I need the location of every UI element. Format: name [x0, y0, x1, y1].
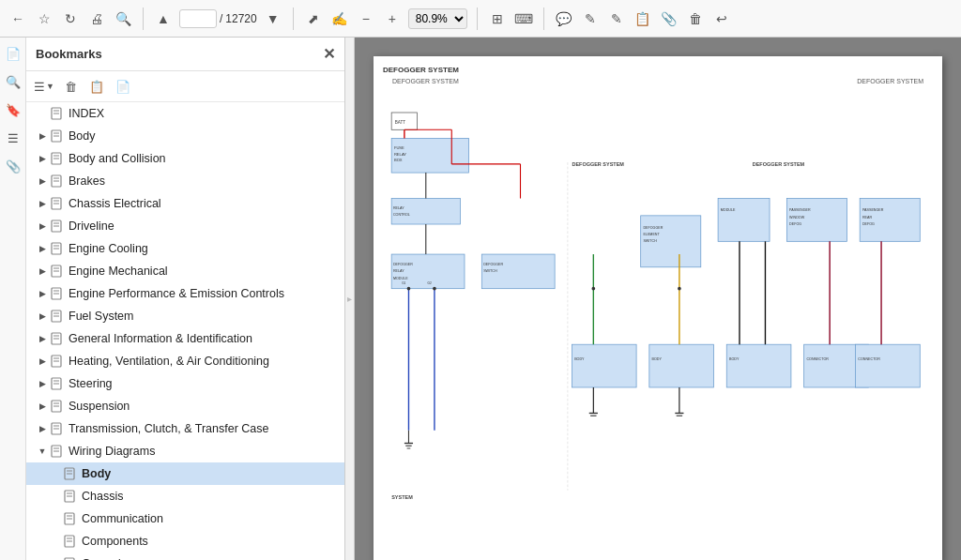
- bookmark-item-fuel-system[interactable]: Fuel System: [26, 305, 344, 327]
- delete-bookmark-button[interactable]: 🗑: [60, 76, 81, 97]
- svg-text:G2: G2: [428, 281, 432, 285]
- bookmark-item-suspension[interactable]: Suspension: [26, 395, 344, 417]
- expand-arrow-wiring-diagrams[interactable]: [36, 446, 49, 456]
- expand-bookmark-button[interactable]: 📋: [86, 76, 107, 97]
- separator-1: [143, 8, 144, 30]
- comment-icon[interactable]: 💬: [554, 8, 574, 29]
- main-area: 📄 🔍 🔖 ☰ 📎 Bookmarks ✕ ☰▼ 🗑 📋 📄: [0, 38, 961, 560]
- svg-text:RELAY: RELAY: [393, 206, 404, 210]
- zoom-out-icon[interactable]: −: [356, 8, 376, 29]
- bookmark-icon-brakes: [49, 174, 64, 189]
- pdf-area[interactable]: DEFOGGER SYSTEM DEFOGGER SYSTEM DEFOGGER…: [355, 38, 961, 560]
- bookmark-item-general-info[interactable]: General Information & Identification: [26, 327, 344, 350]
- side-icon-panel: 📄 🔍 🔖 ☰ 📎: [0, 38, 26, 560]
- svg-rect-74: [391, 199, 460, 224]
- side-navigate-icon[interactable]: 📄: [3, 43, 23, 64]
- bookmark-icon-steering: [49, 376, 64, 391]
- expand-arrow-body-collision[interactable]: [36, 154, 49, 163]
- zoom-out-doc-icon[interactable]: 🔍: [113, 8, 133, 29]
- side-bookmarks-icon[interactable]: 🔖: [3, 99, 23, 120]
- svg-text:BODY: BODY: [729, 357, 740, 361]
- bookmark-label-general-info: General Information & Identification: [69, 332, 252, 345]
- prev-page-icon[interactable]: ▲: [153, 8, 174, 29]
- bookmark-icon-wd-grounds: [62, 556, 77, 560]
- svg-rect-114: [726, 344, 791, 387]
- bookmark-item-chassis-electrical[interactable]: Chassis Electrical: [26, 192, 344, 215]
- expand-arrow-fuel-system[interactable]: [36, 311, 49, 321]
- panel-resize-handle[interactable]: ▸: [345, 38, 355, 560]
- collapse-bookmarks-button[interactable]: ☰▼: [34, 76, 54, 97]
- bookmark-label-chassis-electrical: Chassis Electrical: [69, 197, 161, 210]
- marquee-zoom-icon[interactable]: ⊞: [487, 8, 508, 29]
- bookmark-icon-body: [49, 129, 64, 144]
- bookmark-item-wd-body[interactable]: Body: [26, 462, 344, 485]
- bookmark-icon-engine-perf: [49, 286, 64, 301]
- print-icon[interactable]: 🖨: [86, 8, 107, 29]
- expand-arrow-driveline[interactable]: [36, 221, 49, 231]
- svg-text:DEFOGGER: DEFOGGER: [483, 263, 503, 266]
- expand-arrow-suspension[interactable]: [36, 401, 49, 411]
- delete-annotation-icon[interactable]: 🗑: [685, 8, 706, 29]
- expand-arrow-brakes[interactable]: [36, 176, 49, 186]
- total-pages: 12720: [225, 12, 256, 25]
- bookmark-item-brakes[interactable]: Brakes: [26, 170, 344, 192]
- zoom-in-icon[interactable]: +: [382, 8, 403, 29]
- expand-arrow-chassis-electrical[interactable]: [36, 199, 49, 208]
- side-attach-icon[interactable]: 📎: [3, 156, 23, 176]
- bookmark-item-index[interactable]: INDEX: [26, 102, 344, 125]
- bookmark-label-wd-components: Components: [82, 535, 148, 548]
- bookmark-label-wiring-diagrams: Wiring Diagrams: [69, 445, 155, 458]
- next-page-icon[interactable]: ▼: [263, 8, 283, 29]
- svg-point-139: [591, 287, 595, 291]
- bookmark-label-fuel-system: Fuel System: [69, 310, 133, 323]
- bookmark-label-index: INDEX: [69, 107, 104, 120]
- bookmark-item-transmission[interactable]: Transmission, Clutch, & Transfer Case: [26, 417, 344, 440]
- pdf-main-title: DEFOGGER SYSTEM: [383, 66, 933, 74]
- bookmark-item-hvac[interactable]: Heating, Ventilation, & Air Conditioning: [26, 350, 344, 372]
- bookmark-item-wiring-diagrams[interactable]: Wiring Diagrams: [26, 440, 344, 462]
- bookmark-item-wd-grounds[interactable]: Grounds: [26, 552, 344, 560]
- hand-tool-icon[interactable]: ✍: [329, 8, 350, 29]
- bookmark-item-engine-cooling[interactable]: Engine Cooling: [26, 237, 344, 260]
- svg-text:BATT: BATT: [395, 120, 406, 125]
- undo-icon[interactable]: ↩: [711, 8, 732, 29]
- highlight-icon[interactable]: ✎: [606, 8, 627, 29]
- expand-arrow-general-info[interactable]: [36, 334, 49, 343]
- bookmark-star-icon[interactable]: ☆: [34, 8, 54, 29]
- side-layers-icon[interactable]: ☰: [3, 128, 23, 148]
- expand-arrow-engine-cooling[interactable]: [36, 244, 49, 253]
- bookmark-item-wd-chassis[interactable]: Chassis: [26, 485, 344, 507]
- page-number-input[interactable]: 349: [179, 9, 217, 28]
- bookmark-icon-wd-communication: [62, 511, 77, 526]
- expand-arrow-wd-chassis: [49, 491, 62, 502]
- expand-arrow-hvac[interactable]: [36, 356, 49, 366]
- side-search-icon[interactable]: 🔍: [3, 71, 23, 92]
- bookmark-item-wd-components[interactable]: Components: [26, 530, 344, 552]
- page-nav: 349 / 12720: [179, 9, 257, 28]
- expand-arrow-transmission[interactable]: [36, 424, 49, 433]
- expand-arrow-engine-perf[interactable]: [36, 289, 49, 298]
- new-bookmark-button[interactable]: 📄: [113, 76, 133, 97]
- svg-point-140: [678, 287, 681, 291]
- close-bookmarks-button[interactable]: ✕: [323, 45, 335, 63]
- expand-arrow-steering[interactable]: [36, 379, 49, 388]
- bookmark-item-engine-mechanical[interactable]: Engine Mechanical: [26, 260, 344, 282]
- bookmark-label-transmission: Transmission, Clutch, & Transfer Case: [69, 422, 269, 435]
- bookmark-item-body[interactable]: Body: [26, 125, 344, 147]
- bookmark-item-driveline[interactable]: Driveline: [26, 215, 344, 237]
- section-labels: DEFOGGER SYSTEM DEFOGGER SYSTEM: [383, 78, 933, 84]
- zoom-select[interactable]: 50% 75% 80.9% 100% 125%: [408, 8, 467, 29]
- expand-arrow-body[interactable]: [36, 131, 49, 141]
- stamp-icon[interactable]: 📋: [633, 8, 653, 29]
- bookmark-item-engine-perf[interactable]: Engine Performance & Emission Controls: [26, 282, 344, 305]
- cursor-tool-icon[interactable]: ⬈: [303, 8, 324, 29]
- keyboard-shortcut-icon[interactable]: ⌨: [513, 8, 534, 29]
- expand-arrow-engine-mechanical[interactable]: [36, 266, 49, 276]
- bookmark-item-body-collision[interactable]: Body and Collision: [26, 147, 344, 170]
- bookmark-item-steering[interactable]: Steering: [26, 372, 344, 395]
- back-button[interactable]: ←: [8, 8, 28, 29]
- pencil-icon[interactable]: ✎: [580, 8, 601, 29]
- refresh-icon[interactable]: ↻: [60, 8, 81, 29]
- attach-icon[interactable]: 📎: [659, 8, 679, 29]
- bookmark-item-wd-communication[interactable]: Communication: [26, 507, 344, 530]
